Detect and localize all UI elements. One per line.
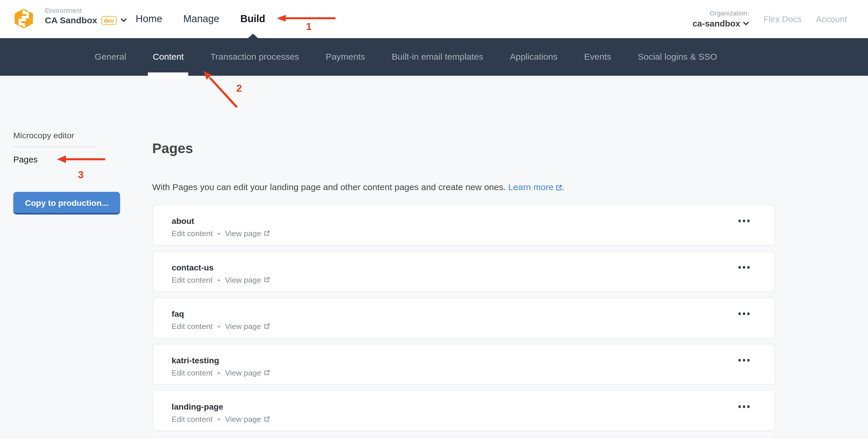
intro-suffix: . bbox=[562, 182, 564, 192]
nav-item-label: Build bbox=[240, 13, 265, 25]
view-page-link[interactable]: View page bbox=[225, 414, 269, 423]
page-card-contact-us: contact-us Edit content • View page bbox=[153, 251, 775, 292]
view-page-label: View page bbox=[225, 275, 261, 284]
tab-label: Events bbox=[584, 52, 611, 62]
tab-content[interactable]: Content bbox=[153, 38, 184, 76]
dot-separator: • bbox=[217, 369, 220, 377]
external-link-icon bbox=[264, 416, 269, 422]
environment-switcher: Environment CA Sandbox dev bbox=[45, 7, 126, 26]
organization-switcher: Organization: ca-sandbox bbox=[692, 9, 749, 29]
tab-built-in-email-templates[interactable]: Built-in email templates bbox=[392, 38, 483, 76]
tab-payments[interactable]: Payments bbox=[326, 38, 365, 76]
swell-logo-icon[interactable] bbox=[14, 8, 33, 29]
top-bar-right: Organization: ca-sandbox Flex DocsAccoun… bbox=[692, 0, 847, 38]
page-actions: Edit content • View page bbox=[172, 322, 774, 330]
edit-content-link[interactable]: Edit content bbox=[172, 368, 213, 377]
sidebar: Microcopy editorPages bbox=[13, 127, 111, 171]
intro-sentence: With Pages you can edit your landing pag… bbox=[152, 182, 506, 192]
environment-label: Environment bbox=[45, 7, 126, 14]
top-links: Flex DocsAccount bbox=[763, 14, 847, 24]
page-title: Pages bbox=[152, 140, 193, 156]
edit-content-link[interactable]: Edit content bbox=[172, 229, 213, 238]
organization-selector[interactable]: ca-sandbox bbox=[692, 19, 749, 29]
page-menu-button[interactable] bbox=[737, 404, 751, 409]
page-card-about: about Edit content • View page bbox=[153, 205, 775, 246]
tab-label: Built-in email templates bbox=[392, 52, 483, 62]
annotation-arrow-3 bbox=[55, 155, 108, 164]
dot-separator: • bbox=[217, 276, 220, 284]
page-actions: Edit content • View page bbox=[172, 275, 774, 284]
chevron-down-icon bbox=[120, 18, 126, 23]
page-card-landing-page: landing-page Edit content • View page bbox=[153, 391, 775, 432]
active-tab-indicator bbox=[148, 72, 188, 78]
active-nav-pointer-icon bbox=[248, 34, 258, 38]
page-name: faq bbox=[172, 309, 774, 318]
tab-applications[interactable]: Applications bbox=[510, 38, 558, 76]
chevron-down-icon bbox=[743, 22, 749, 26]
tab-social-logins-sso[interactable]: Social logins & SSO bbox=[638, 38, 717, 76]
view-page-link[interactable]: View page bbox=[225, 229, 269, 238]
nav-item-label: Manage bbox=[183, 13, 219, 25]
pages-list: about Edit content • View page contact-u… bbox=[153, 205, 775, 439]
page-name: katri-testing bbox=[172, 356, 774, 365]
environment-name: CA Sandbox bbox=[45, 15, 97, 25]
tab-label: Social logins & SSO bbox=[638, 52, 717, 62]
tab-events[interactable]: Events bbox=[584, 38, 611, 76]
page-menu-button[interactable] bbox=[737, 218, 751, 224]
annotation-number-2: 2 bbox=[234, 83, 245, 95]
page-name: contact-us bbox=[172, 263, 774, 272]
view-page-label: View page bbox=[225, 368, 261, 377]
environment-badge: dev bbox=[101, 16, 117, 25]
page-name: landing-page bbox=[172, 402, 774, 411]
tab-label: General bbox=[95, 52, 126, 62]
sidebar-item-microcopy-editor[interactable]: Microcopy editor bbox=[13, 127, 111, 146]
page-actions: Edit content • View page bbox=[172, 229, 774, 238]
environment-selector[interactable]: CA Sandbox dev bbox=[45, 15, 126, 25]
top-link-account[interactable]: Account bbox=[816, 14, 847, 24]
page-menu-button[interactable] bbox=[737, 311, 751, 316]
external-link-icon bbox=[264, 370, 269, 375]
top-bar: Environment CA Sandbox dev HomeManageBui… bbox=[0, 0, 868, 38]
tab-label: Payments bbox=[326, 52, 365, 62]
view-page-link[interactable]: View page bbox=[225, 275, 269, 284]
nav-item-home[interactable]: Home bbox=[135, 0, 162, 38]
dot-separator: • bbox=[217, 229, 220, 237]
edit-content-link[interactable]: Edit content bbox=[172, 414, 213, 423]
nav-item-build[interactable]: Build bbox=[240, 0, 265, 38]
external-link-icon bbox=[264, 277, 269, 283]
page-actions: Edit content • View page bbox=[172, 414, 774, 423]
settings-tab-bar: GeneralContentTransaction processesPayme… bbox=[0, 38, 868, 76]
edit-content-link[interactable]: Edit content bbox=[172, 275, 213, 284]
view-page-label: View page bbox=[225, 229, 261, 238]
external-link-icon bbox=[264, 231, 269, 236]
learn-more-label: Learn more bbox=[508, 182, 554, 192]
copy-to-production-button[interactable]: Copy to production... bbox=[13, 192, 120, 214]
page-card-katri-testing: katri-testing Edit content • View page bbox=[153, 344, 775, 385]
organization-label: Organization: bbox=[692, 9, 749, 17]
page-menu-button[interactable] bbox=[737, 357, 751, 363]
tab-general[interactable]: General bbox=[95, 38, 126, 76]
page-menu-button[interactable] bbox=[737, 264, 751, 270]
nav-item-manage[interactable]: Manage bbox=[183, 0, 219, 38]
intro-text: With Pages you can edit your landing pag… bbox=[152, 182, 564, 193]
page-card-faq: faq Edit content • View page bbox=[153, 298, 775, 339]
external-link-icon bbox=[556, 184, 562, 191]
nav-item-label: Home bbox=[135, 13, 162, 25]
tab-label: Applications bbox=[510, 52, 558, 62]
app-root: Environment CA Sandbox dev HomeManageBui… bbox=[0, 0, 868, 439]
view-page-link[interactable]: View page bbox=[225, 368, 269, 377]
page-actions: Edit content • View page bbox=[172, 368, 774, 377]
edit-content-link[interactable]: Edit content bbox=[172, 322, 213, 330]
tab-label: Content bbox=[153, 52, 184, 62]
annotation-number-1: 1 bbox=[303, 21, 314, 33]
page-name: about bbox=[172, 216, 774, 226]
annotation-number-3: 3 bbox=[75, 169, 86, 181]
page-card-partial bbox=[153, 437, 775, 439]
view-page-link[interactable]: View page bbox=[225, 322, 269, 330]
view-page-label: View page bbox=[225, 414, 261, 423]
learn-more-link[interactable]: Learn more bbox=[508, 182, 562, 192]
dot-separator: • bbox=[217, 415, 220, 423]
view-page-label: View page bbox=[225, 322, 261, 330]
top-link-flex-docs[interactable]: Flex Docs bbox=[763, 14, 802, 24]
tab-label: Transaction processes bbox=[211, 52, 299, 62]
